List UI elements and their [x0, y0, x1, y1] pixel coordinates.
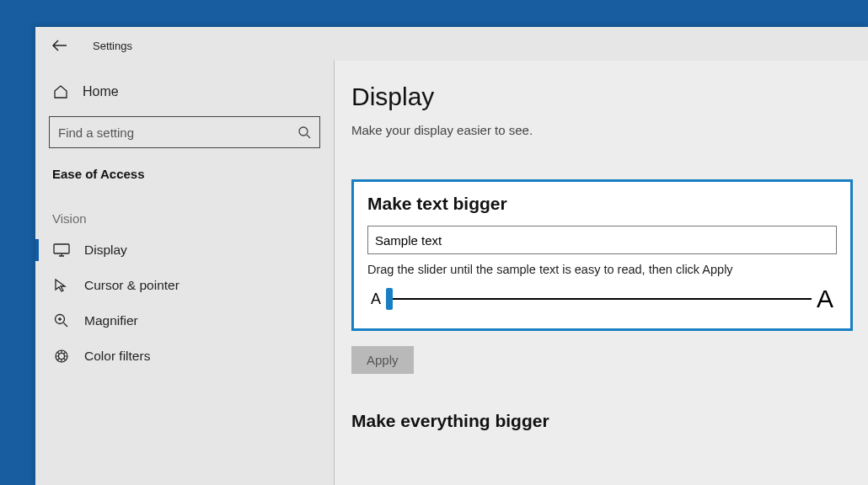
- page-title: Display: [351, 83, 853, 111]
- cursor-icon: [52, 278, 71, 293]
- sidebar-item-color-filters[interactable]: Color filters: [35, 338, 334, 374]
- settings-window: Settings Home: [35, 27, 868, 485]
- small-a-label: A: [371, 290, 381, 308]
- magnifier-icon: [52, 313, 71, 328]
- sample-text-input[interactable]: [367, 226, 837, 254]
- sidebar-home[interactable]: Home: [35, 76, 334, 109]
- text-size-slider[interactable]: [386, 287, 812, 311]
- search-icon: [297, 125, 311, 139]
- slider-instruction: Drag the slider until the sample text is…: [367, 263, 837, 276]
- home-icon: [52, 84, 69, 99]
- sidebar-item-label: Cursor & pointer: [84, 278, 179, 293]
- content-area: Display Make your display easier to see.…: [335, 61, 868, 485]
- monitor-icon: [52, 243, 71, 257]
- sidebar-item-cursor-pointer[interactable]: Cursor & pointer: [35, 268, 334, 303]
- search-container: [49, 116, 320, 148]
- back-button[interactable]: [51, 36, 69, 55]
- sidebar-item-label: Magnifier: [84, 313, 138, 328]
- text-size-slider-row: A A: [367, 285, 837, 313]
- window-title: Settings: [93, 40, 132, 52]
- svg-point-0: [299, 127, 308, 136]
- search-box[interactable]: [49, 116, 320, 148]
- apply-button: Apply: [351, 346, 414, 374]
- slider-thumb[interactable]: [386, 288, 393, 310]
- titlebar: Settings: [35, 27, 868, 61]
- svg-point-4: [59, 354, 65, 360]
- big-a-label: A: [817, 285, 833, 313]
- sidebar: Home Ease of Access Vision: [35, 61, 335, 485]
- sidebar-item-label: Color filters: [84, 349, 150, 364]
- page-subtitle: Make your display easier to see.: [351, 123, 853, 137]
- sidebar-item-magnifier[interactable]: Magnifier: [35, 303, 334, 338]
- make-everything-bigger-title: Make everything bigger: [351, 411, 853, 431]
- window-body: Home Ease of Access Vision: [35, 61, 868, 485]
- slider-track: [386, 298, 812, 300]
- sidebar-home-label: Home: [83, 84, 119, 99]
- color-filters-icon: [52, 349, 71, 364]
- sidebar-item-display[interactable]: Display: [35, 232, 334, 268]
- sidebar-section-label: Ease of Access: [35, 163, 334, 189]
- sidebar-item-label: Display: [84, 242, 127, 258]
- make-text-bigger-box: Make text bigger Drag the slider until t…: [351, 179, 853, 331]
- search-input[interactable]: [58, 125, 297, 140]
- svg-rect-1: [54, 244, 69, 253]
- arrow-left-icon: [52, 40, 67, 51]
- sidebar-group-vision: Vision: [35, 189, 334, 232]
- make-text-bigger-title: Make text bigger: [367, 194, 837, 214]
